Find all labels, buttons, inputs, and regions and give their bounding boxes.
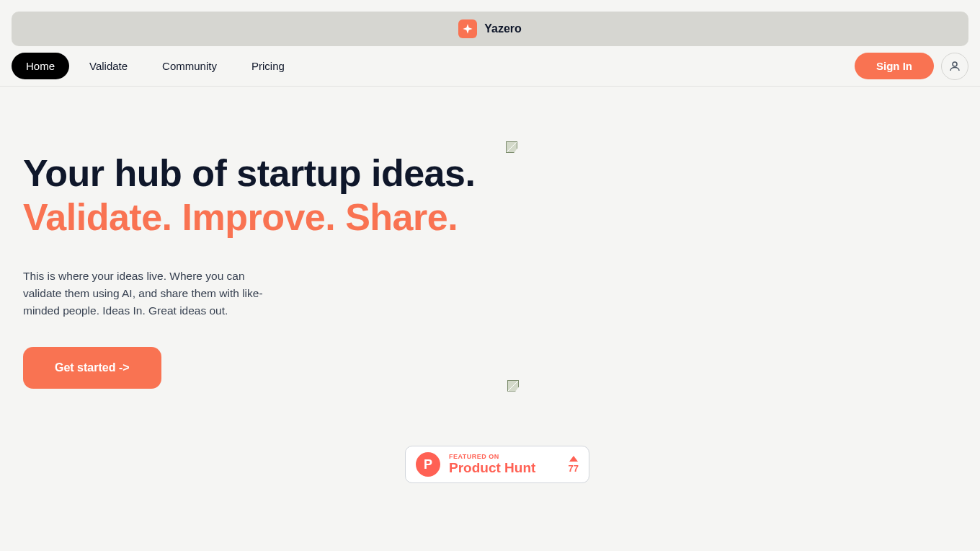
brand-bar: Yazero bbox=[12, 12, 968, 46]
nav-item-validate[interactable]: Validate bbox=[75, 53, 142, 79]
brand-logo-icon bbox=[458, 19, 477, 38]
user-icon bbox=[948, 60, 961, 73]
product-hunt-logo-icon: P bbox=[416, 452, 440, 477]
broken-image-icon bbox=[506, 141, 517, 153]
nav-bar: Home Validate Community Pricing Sign In bbox=[0, 46, 980, 87]
nav-label: Pricing bbox=[251, 60, 285, 72]
nav-item-home[interactable]: Home bbox=[12, 53, 69, 79]
broken-image-icon bbox=[507, 380, 519, 392]
nav-label: Community bbox=[162, 60, 217, 72]
svg-point-0 bbox=[953, 62, 957, 66]
product-hunt-vote-count: 77 bbox=[569, 463, 579, 474]
hero-title-line1: Your hub of startup ideas. bbox=[23, 152, 475, 194]
nav-item-community[interactable]: Community bbox=[148, 53, 231, 79]
brand-name: Yazero bbox=[484, 22, 522, 35]
product-hunt-vote: 77 bbox=[569, 456, 579, 474]
cta-label: Get started -> bbox=[55, 361, 130, 374]
caret-up-icon bbox=[569, 456, 578, 462]
hero-section: Your hub of startup ideas. Validate. Imp… bbox=[0, 87, 980, 389]
hero-title-line2: Validate. Improve. Share. bbox=[23, 195, 957, 239]
nav-label: Validate bbox=[89, 60, 128, 72]
sign-in-label: Sign In bbox=[876, 60, 912, 72]
get-started-button[interactable]: Get started -> bbox=[23, 347, 161, 389]
user-avatar-button[interactable] bbox=[941, 53, 968, 80]
nav-item-pricing[interactable]: Pricing bbox=[237, 53, 299, 79]
hero-description: This is where your ideas live. Where you… bbox=[23, 268, 268, 319]
product-hunt-badge[interactable]: P FEATURED ON Product Hunt 77 bbox=[405, 446, 589, 483]
nav-left: Home Validate Community Pricing bbox=[12, 53, 299, 79]
sign-in-button[interactable]: Sign In bbox=[855, 53, 934, 79]
product-hunt-name: Product Hunt bbox=[449, 461, 535, 476]
product-hunt-text: FEATURED ON Product Hunt bbox=[449, 454, 535, 476]
nav-label: Home bbox=[26, 60, 55, 72]
hero-title: Your hub of startup ideas. Validate. Imp… bbox=[23, 151, 957, 240]
nav-right: Sign In bbox=[855, 53, 968, 80]
